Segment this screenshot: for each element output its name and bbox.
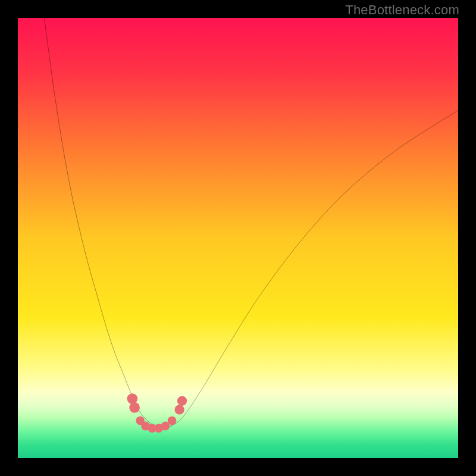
curve-marker bbox=[129, 402, 140, 413]
curve-marker bbox=[177, 396, 187, 406]
bottleneck-curve bbox=[44, 18, 458, 428]
curve-markers bbox=[127, 393, 187, 433]
curve-marker bbox=[174, 405, 184, 414]
curve-marker bbox=[168, 416, 177, 425]
watermark-text: TheBottleneck.com bbox=[345, 2, 459, 18]
curve-layer bbox=[18, 18, 458, 458]
plot-area bbox=[18, 18, 458, 458]
curve-marker bbox=[127, 393, 138, 404]
chart-frame: TheBottleneck.com bbox=[0, 0, 476, 476]
